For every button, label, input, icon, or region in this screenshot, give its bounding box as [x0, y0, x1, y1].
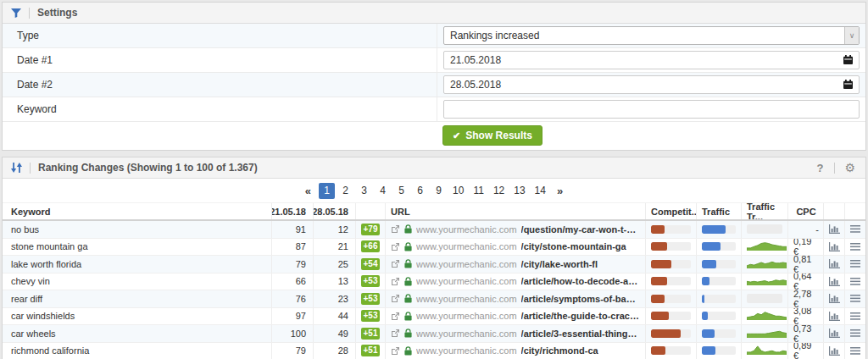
traffic-bar-track: [702, 242, 736, 251]
url-path: /article/3-essential-things-to-know-abou…: [521, 329, 640, 339]
page-10[interactable]: 10: [449, 183, 467, 199]
url-link[interactable]: www.yourmechanic.com/city/richmond-ca: [416, 345, 598, 356]
list-menu-icon[interactable]: [850, 295, 860, 302]
page-2[interactable]: 2: [337, 183, 353, 199]
keyword-cell: car windshields: [3, 308, 272, 325]
page-9[interactable]: 9: [431, 183, 447, 199]
url-domain: www.yourmechanic.com: [416, 294, 517, 304]
page-12[interactable]: 12: [490, 183, 508, 199]
column-header-date1[interactable]: 21.05.18: [272, 203, 314, 219]
list-menu-icon[interactable]: [850, 329, 860, 337]
url-path: /article/symptoms-of-bad-or-failing-diff…: [521, 294, 640, 304]
pagination-prev[interactable]: «: [300, 185, 316, 197]
traffic-trend-cell: [742, 256, 788, 273]
traffic-bar-track: [702, 329, 736, 338]
list-menu-icon[interactable]: [850, 312, 860, 320]
lock-icon: [404, 312, 412, 321]
url-link[interactable]: www.yourmechanic.com/city/stone-mountain…: [416, 241, 626, 251]
header-divider: [834, 163, 835, 174]
url-domain: www.yourmechanic.com: [416, 241, 517, 251]
external-link-icon[interactable]: [391, 329, 400, 338]
rank-date2-cell: 49: [314, 325, 356, 342]
page-1[interactable]: 1: [319, 183, 335, 199]
pagination: «12345691011121314»: [3, 179, 865, 203]
external-link-icon[interactable]: [391, 259, 400, 268]
column-header-date2[interactable]: 28.05.18: [314, 203, 356, 219]
calendar-icon[interactable]: [843, 80, 853, 89]
url-link[interactable]: www.yourmechanic.com/article/how-to-deco…: [416, 276, 640, 286]
cpc-cell: 3,08 €: [788, 308, 824, 325]
lock-icon: [404, 224, 412, 234]
help-icon[interactable]: ?: [813, 162, 826, 174]
submit-row: ✔ Show Results: [3, 122, 865, 149]
bar-chart-icon[interactable]: [829, 294, 840, 303]
list-menu-icon[interactable]: [850, 278, 860, 285]
bar-chart-icon[interactable]: [829, 242, 840, 251]
url-cell: www.yourmechanic.com/city/stone-mountain…: [386, 239, 646, 256]
change-cell: +51: [356, 325, 386, 342]
page-13[interactable]: 13: [510, 183, 528, 199]
keyword-cell: no bus: [3, 221, 272, 238]
page-6[interactable]: 6: [412, 183, 428, 199]
keyword-cell: car wheels: [3, 325, 272, 342]
bar-chart-icon[interactable]: [829, 312, 840, 321]
url-link[interactable]: www.yourmechanic.com/article/the-guide-t…: [416, 311, 640, 321]
gear-icon[interactable]: ⚙: [843, 161, 857, 174]
show-results-button[interactable]: ✔ Show Results: [442, 125, 542, 146]
column-header-competition[interactable]: Competit...: [646, 203, 697, 219]
page-14[interactable]: 14: [531, 183, 549, 199]
bar-chart-icon[interactable]: [829, 259, 840, 268]
cpc-cell: 0,73 €: [788, 325, 824, 342]
column-header-keyword[interactable]: Keyword: [3, 203, 272, 219]
list-menu-icon[interactable]: [850, 260, 860, 268]
external-link-icon[interactable]: [391, 346, 400, 356]
field-label: Date #2: [3, 73, 437, 97]
type-select[interactable]: Rankings increased∨: [443, 26, 860, 45]
bar-chart-icon[interactable]: [829, 277, 840, 286]
url-link[interactable]: www.yourmechanic.com/article/symptoms-of…: [416, 294, 640, 304]
list-menu-icon[interactable]: [850, 225, 860, 233]
traffic-trend-sparkline: [747, 328, 787, 340]
external-link-icon[interactable]: [391, 277, 400, 286]
competition-bar-track: [651, 346, 691, 355]
cpc-cell: 0,19 €: [788, 239, 824, 256]
keyword-input[interactable]: [443, 100, 860, 119]
traffic-trend-cell: [742, 325, 788, 342]
external-link-icon[interactable]: [391, 242, 400, 251]
competition-cell: [646, 273, 697, 290]
traffic-cell: [697, 325, 742, 342]
column-header-cpc[interactable]: CPC: [788, 203, 824, 219]
list-menu-icon[interactable]: [850, 347, 860, 355]
url-link[interactable]: www.yourmechanic.com/question/my-car-won…: [416, 224, 640, 235]
competition-bar: [651, 295, 665, 303]
lock-icon: [404, 294, 412, 303]
menu-action-cell: [845, 290, 865, 307]
traffic-cell: [697, 221, 742, 238]
traffic-cell: [697, 290, 742, 307]
competition-cell: [646, 221, 697, 238]
bar-chart-icon[interactable]: [829, 329, 840, 338]
date-input[interactable]: [443, 75, 860, 94]
column-header-traffic_trend[interactable]: Traffic Tr...: [742, 203, 788, 219]
column-header-url[interactable]: URL: [386, 203, 646, 219]
filter-icon: [11, 8, 21, 18]
list-menu-icon[interactable]: [850, 243, 860, 251]
column-header-traffic[interactable]: Traffic: [697, 203, 742, 219]
field-label: Type: [3, 24, 437, 47]
pagination-next[interactable]: »: [552, 185, 568, 197]
page-4[interactable]: 4: [375, 183, 391, 199]
external-link-icon[interactable]: [391, 312, 400, 321]
bar-chart-icon[interactable]: [829, 224, 840, 234]
url-link[interactable]: www.yourmechanic.com/city/lake-worth-fl: [416, 259, 598, 269]
calendar-icon[interactable]: [843, 55, 853, 64]
url-link[interactable]: www.yourmechanic.com/article/3-essential…: [416, 329, 640, 339]
page-3[interactable]: 3: [356, 183, 372, 199]
page-11[interactable]: 11: [470, 183, 487, 199]
field-label: Keyword: [3, 97, 437, 121]
bar-chart-icon[interactable]: [829, 346, 840, 356]
external-link-icon[interactable]: [391, 224, 400, 234]
url-domain: www.yourmechanic.com: [416, 329, 517, 339]
date-input[interactable]: [443, 51, 860, 69]
page-5[interactable]: 5: [393, 183, 409, 199]
external-link-icon[interactable]: [391, 294, 400, 303]
